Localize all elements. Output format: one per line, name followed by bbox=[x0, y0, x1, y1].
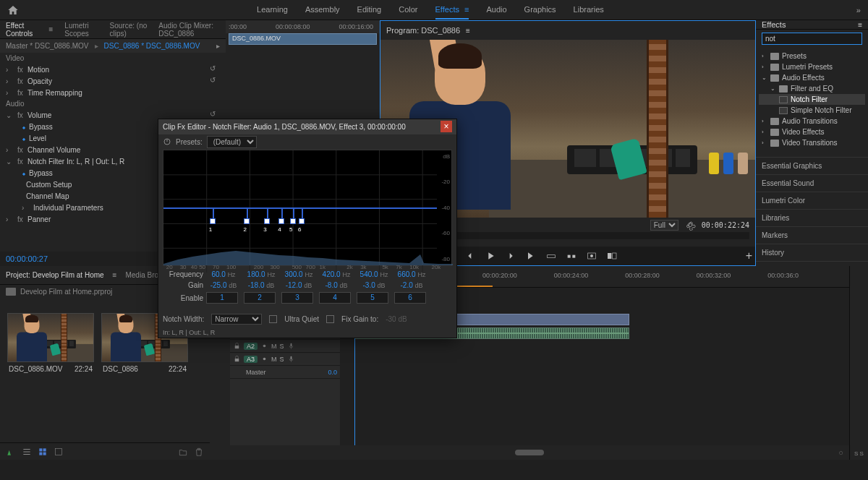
tree-audio-trans[interactable]: ›Audio Transitions bbox=[759, 116, 865, 127]
toggle-output-icon[interactable] bbox=[260, 355, 268, 363]
extract-icon[interactable] bbox=[566, 250, 577, 262]
panel-menu-icon[interactable]: ≡ bbox=[858, 21, 862, 29]
band-handle-2[interactable]: 2 bbox=[244, 218, 250, 224]
comparison-icon[interactable] bbox=[606, 250, 618, 262]
add-button-icon[interactable]: + bbox=[746, 249, 752, 262]
reset-icon[interactable]: ↺ bbox=[210, 64, 220, 74]
panel-menu-icon[interactable]: ≡ bbox=[466, 27, 470, 35]
new-item-icon[interactable] bbox=[6, 447, 16, 457]
time-remap-effect[interactable]: Time Remapping bbox=[27, 89, 220, 97]
preset-dropdown[interactable]: (Default) bbox=[207, 136, 257, 148]
enable-band-3[interactable]: 3 bbox=[281, 292, 313, 304]
gain-value[interactable]: -25.0 bbox=[210, 281, 227, 289]
workspace-tab-editing[interactable]: Editing bbox=[357, 1, 382, 20]
workspace-tab-audio[interactable]: Audio bbox=[486, 1, 506, 20]
workspace-more-icon[interactable]: » bbox=[856, 6, 861, 14]
band-handle-6[interactable]: 6 bbox=[299, 218, 305, 224]
lock-icon[interactable] bbox=[233, 355, 241, 363]
enable-band-6[interactable]: 6 bbox=[394, 292, 426, 304]
workspace-tab-effects[interactable]: Effects ≡ bbox=[435, 1, 469, 20]
step-back-icon[interactable] bbox=[464, 250, 476, 262]
tree-filter-eq[interactable]: ⌄Filter and EQ bbox=[759, 83, 865, 94]
gain-value[interactable]: -8.0 bbox=[325, 281, 337, 289]
volume-effect[interactable]: Volume bbox=[27, 111, 204, 119]
track-a2[interactable]: A2MS bbox=[230, 340, 340, 353]
tab-project[interactable]: Project: Develop Film at Home bbox=[6, 271, 104, 279]
gain-value[interactable]: -3.0 bbox=[362, 281, 375, 289]
tree-lumetri[interactable]: ›Lumetri Presets bbox=[759, 61, 865, 72]
panel-libraries[interactable]: Libraries bbox=[756, 209, 868, 226]
effects-search-input[interactable] bbox=[762, 33, 862, 45]
tree-simple-notch[interactable]: Simple Notch Filter bbox=[759, 105, 865, 116]
settings-icon[interactable] bbox=[684, 219, 696, 231]
panel-essential-graphics[interactable]: Essential Graphics bbox=[756, 157, 868, 174]
export-frame-icon[interactable] bbox=[586, 250, 597, 262]
enable-band-1[interactable]: 1 bbox=[206, 292, 238, 304]
play-icon[interactable] bbox=[485, 250, 496, 262]
motion-effect[interactable]: Motion bbox=[27, 66, 204, 74]
panel-markers[interactable]: Markers bbox=[756, 226, 868, 244]
ec-sequence-link[interactable]: DSC_0886 * DSC_0886.MOV bbox=[104, 42, 200, 50]
tree-video-trans[interactable]: ›Video Transitions bbox=[759, 137, 865, 148]
tree-audio-effects[interactable]: ⌄Audio Effects bbox=[759, 72, 865, 83]
mic-icon[interactable] bbox=[287, 342, 295, 350]
band-handle-3[interactable]: 3 bbox=[264, 218, 270, 224]
fix-gain-checkbox[interactable] bbox=[326, 315, 334, 323]
panel-menu-icon[interactable]: ≡ bbox=[49, 25, 54, 33]
workspace-tab-color[interactable]: Color bbox=[399, 1, 417, 20]
fx-graph[interactable]: dB-20-40-60-80 123456 203040507010020030… bbox=[163, 150, 452, 266]
tree-video-effects[interactable]: ›Video Effects bbox=[759, 127, 865, 137]
panel-lumetri-color[interactable]: Lumetri Color bbox=[756, 192, 868, 209]
scroll-thumb[interactable] bbox=[515, 450, 544, 455]
workspace-tab-graphics[interactable]: Graphics bbox=[524, 1, 556, 20]
close-icon[interactable]: × bbox=[441, 121, 452, 132]
tab-source[interactable]: Source: (no clips) bbox=[110, 22, 148, 38]
toggle-output-icon[interactable] bbox=[260, 342, 268, 350]
icon-view-icon[interactable] bbox=[38, 447, 48, 457]
workspace-tab-libraries[interactable]: Libraries bbox=[574, 1, 604, 20]
track-a3[interactable]: A3MS bbox=[230, 353, 340, 366]
go-to-out-icon[interactable] bbox=[525, 250, 537, 262]
mini-clip[interactable]: DSC_0886.MOV bbox=[229, 33, 377, 45]
mic-icon[interactable] bbox=[287, 355, 295, 363]
home-icon[interactable] bbox=[7, 4, 19, 16]
gain-value[interactable]: -12.0 bbox=[286, 281, 302, 289]
tab-lumetri-scopes[interactable]: Lumetri Scopes bbox=[64, 22, 98, 38]
list-view-icon[interactable] bbox=[22, 447, 32, 457]
enable-band-2[interactable]: 2 bbox=[244, 292, 276, 304]
timeline-scrollbar[interactable]: ○ ○ bbox=[210, 445, 849, 460]
enable-band-4[interactable]: 4 bbox=[319, 292, 351, 304]
tab-effect-controls[interactable]: Effect Controls bbox=[6, 22, 38, 38]
bin-item[interactable]: DSC_0886.MOV22:24 bbox=[7, 313, 94, 376]
reset-icon[interactable]: ↺ bbox=[210, 76, 220, 86]
panel-essential-sound[interactable]: Essential Sound bbox=[756, 174, 868, 192]
opacity-effect[interactable]: Opacity bbox=[27, 77, 204, 85]
zoom-dropdown[interactable]: Full bbox=[650, 220, 678, 231]
step-forward-icon[interactable] bbox=[505, 250, 516, 262]
band-handle-1[interactable]: 1 bbox=[210, 218, 216, 224]
mini-ruler[interactable]: :00:00 00:00:08:00 00:00:16:00 bbox=[226, 20, 380, 33]
enable-band-5[interactable]: 5 bbox=[357, 292, 388, 304]
fx-titlebar[interactable]: Clip Fx Editor - Notch Filter: Audio 1, … bbox=[158, 119, 456, 134]
tab-audio-mixer[interactable]: Audio Clip Mixer: DSC_0886 bbox=[158, 22, 220, 38]
band-handle-4[interactable]: 4 bbox=[278, 218, 284, 224]
panel-menu-icon[interactable]: ≡ bbox=[113, 271, 117, 279]
freeform-icon[interactable] bbox=[54, 447, 64, 457]
tree-notch-filter[interactable]: Notch Filter bbox=[759, 94, 865, 105]
trash-icon[interactable] bbox=[194, 447, 204, 457]
track-master[interactable]: Master0.0 bbox=[230, 366, 340, 379]
notch-width-dropdown[interactable]: Narrow bbox=[211, 314, 262, 325]
panel-history[interactable]: History bbox=[756, 244, 868, 261]
lift-icon[interactable] bbox=[545, 250, 557, 262]
new-bin-icon[interactable] bbox=[178, 447, 188, 457]
tree-presets[interactable]: ›Presets bbox=[759, 51, 865, 61]
gain-value[interactable]: -2.0 bbox=[400, 281, 412, 289]
band-handle-5[interactable]: 5 bbox=[290, 218, 296, 224]
workspace-tab-assembly[interactable]: Assembly bbox=[305, 1, 340, 20]
workspace-tab-learning[interactable]: Learning bbox=[257, 1, 288, 20]
lock-icon[interactable] bbox=[233, 342, 241, 350]
program-timecode[interactable]: 00:00:22:24 bbox=[702, 221, 749, 229]
power-icon[interactable] bbox=[163, 137, 171, 146]
gain-value[interactable]: -18.0 bbox=[248, 281, 265, 289]
ultra-quiet-checkbox[interactable] bbox=[269, 315, 277, 323]
